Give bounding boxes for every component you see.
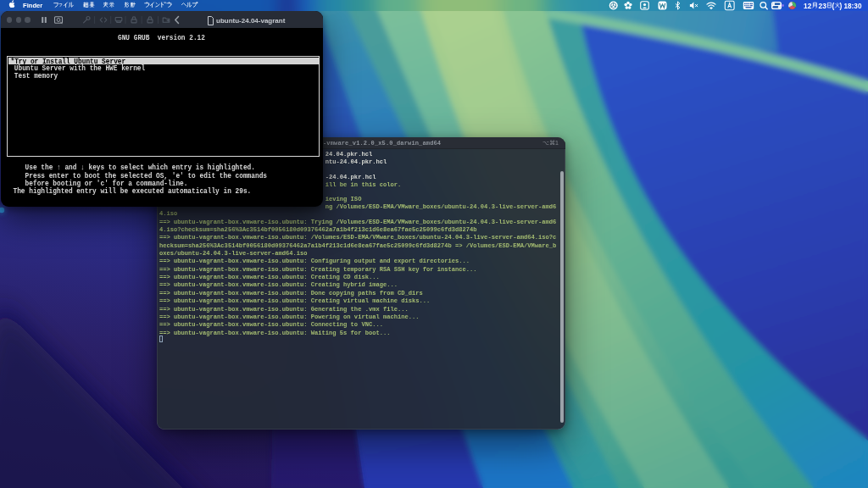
svg-text:23: 23 — [819, 2, 827, 10]
svg-text:18:30: 18:30 — [844, 3, 862, 10]
svg-text:(: ( — [832, 2, 835, 10]
svg-text:): ) — [840, 2, 843, 10]
svg-text:12: 12 — [804, 2, 812, 10]
